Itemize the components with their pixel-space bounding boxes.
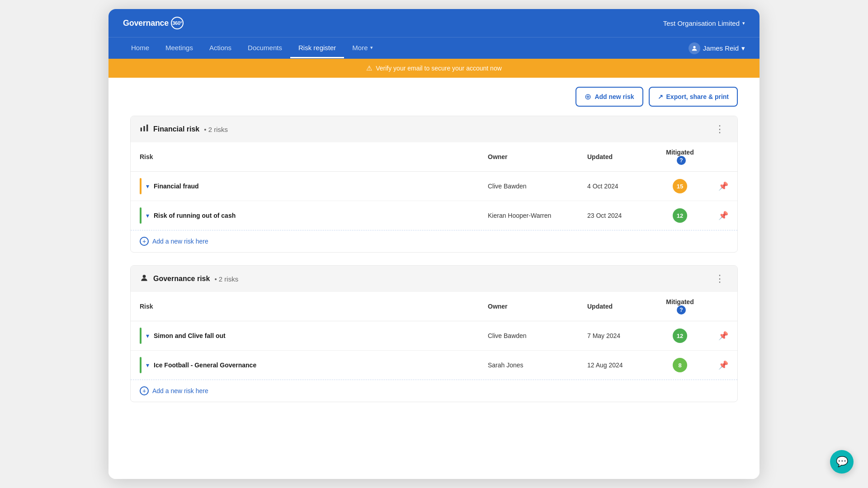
risk-pin-ice-football-governance: 📌 [709,351,737,380]
risk-name-text-financial-fraud: Financial fraud [154,183,199,190]
nav-bar: Home Meetings Actions Documents Risk reg… [108,37,760,59]
mitigated-help-icon-financial-risk[interactable]: ? [677,156,686,165]
nav-risk-register[interactable]: Risk register [290,38,344,58]
user-chevron: ▾ [741,44,745,52]
expand-chevron-running-out-of-cash[interactable]: ▾ [146,212,149,219]
add-risk-button-governance-risk[interactable]: + Add a new risk here [140,386,208,395]
add-risk-label-financial-risk: Add a new risk here [152,238,208,245]
user-avatar-icon [689,42,700,54]
risk-mitigated-simon-clive-fall-out: 12 [651,321,709,351]
expand-chevron-financial-fraud[interactable]: ▾ [146,183,149,190]
svg-rect-2 [143,126,145,131]
nav-meetings[interactable]: Meetings [157,38,201,58]
expand-chevron-ice-football-governance[interactable]: ▾ [146,361,149,369]
risk-mitigated-ice-football-governance: 8 [651,351,709,380]
risk-row-name-running-out-of-cash: ▾ Risk of running out of cash [140,207,470,224]
risk-row-name-financial-fraud: ▾ Financial fraud [140,178,470,194]
logo-text: Governance [123,19,169,28]
add-circle-icon-financial-risk: + [140,237,149,246]
pin-icon-running-out-of-cash[interactable]: 📌 [718,211,728,220]
risk-owner-simon-clive-fall-out: Clive Bawden [479,321,578,351]
risk-name-text-running-out-of-cash: Risk of running out of cash [154,212,236,219]
add-new-risk-label: Add new risk [594,93,634,100]
export-icon: ↗ [658,93,663,100]
user-nav[interactable]: James Reid ▾ [689,42,745,54]
export-button[interactable]: ↗ Export, share & print [649,87,738,107]
risk-table-governance-risk: Risk Owner Updated Mitigated ? ▾ Simon a… [131,292,737,380]
export-label: Export, share & print [666,93,729,100]
sections-container: Financial risk • 2 risks ⋮ Risk Owner Up… [130,116,738,402]
table-header-financial-risk: Risk Owner Updated Mitigated ? [131,142,737,172]
risk-pin-financial-fraud: 📌 [709,172,737,201]
section-count-governance-risk: • 2 risks [214,275,238,283]
pin-icon-simon-clive-fall-out[interactable]: 📌 [718,331,728,340]
section-menu-governance-risk[interactable]: ⋮ [711,272,728,286]
risk-pin-simon-clive-fall-out: 📌 [709,321,737,351]
risk-indicator-simon-clive-fall-out [140,328,142,344]
risk-section-financial-risk: Financial risk • 2 risks ⋮ Risk Owner Up… [130,116,738,253]
nav-home[interactable]: Home [123,38,157,58]
nav-actions[interactable]: Actions [201,38,240,58]
risk-row-name-ice-football-governance: ▾ Ice Football - General Governance [140,357,470,373]
toolbar-row: ⊕ Add new risk ↗ Export, share & print [130,87,738,107]
org-selector[interactable]: Test Organisation Limited ▾ [663,19,745,27]
risk-indicator-ice-football-governance [140,357,142,373]
mitigated-badge-simon-clive-fall-out: 12 [673,328,687,343]
risk-table-financial-risk: Risk Owner Updated Mitigated ? ▾ Financi… [131,142,737,230]
table-row: ▾ Risk of running out of cash Kieran Hoo… [131,201,737,230]
svg-point-0 [693,46,695,48]
risk-name-cell-running-out-of-cash: ▾ Risk of running out of cash [131,201,479,230]
svg-rect-3 [146,125,148,131]
nav-more[interactable]: More ▾ [344,38,381,58]
mitigated-badge-financial-fraud: 15 [673,179,687,193]
expand-chevron-simon-clive-fall-out[interactable]: ▾ [146,332,149,339]
col-risk-governance-risk: Risk [131,292,479,321]
pin-icon-ice-football-governance[interactable]: 📌 [718,361,728,370]
nav-links: Home Meetings Actions Documents Risk reg… [123,38,381,58]
risk-name-cell-simon-clive-fall-out: ▾ Simon and Clive fall out [131,321,479,351]
risk-owner-ice-football-governance: Sarah Jones [479,351,578,380]
page-content: ⊕ Add new risk ↗ Export, share & print F… [108,78,760,479]
risk-name-cell-ice-football-governance: ▾ Ice Football - General Governance [131,351,479,380]
nav-documents[interactable]: Documents [240,38,290,58]
section-title-text-financial-risk: Financial risk [153,125,199,133]
svg-point-4 [143,275,146,278]
app-logo: Governance 360° [123,17,184,29]
add-risk-button-financial-risk[interactable]: + Add a new risk here [140,237,208,246]
col-risk-financial-risk: Risk [131,142,479,172]
risk-updated-simon-clive-fall-out: 7 May 2024 [578,321,651,351]
risk-name-text-simon-clive-fall-out: Simon and Clive fall out [154,332,226,339]
add-risk-row-governance-risk: + Add a new risk here [131,380,737,402]
risk-indicator-financial-fraud [140,178,142,194]
col-updated-governance-risk: Updated [578,292,651,321]
pin-icon-financial-fraud[interactable]: 📌 [718,182,728,191]
risk-updated-ice-football-governance: 12 Aug 2024 [578,351,651,380]
col-owner-financial-risk: Owner [479,142,578,172]
alert-banner: ⚠ Verify your email to secure your accou… [108,59,760,78]
org-chevron: ▾ [742,20,745,26]
table-row: ▾ Simon and Clive fall out Clive Bawden … [131,321,737,351]
table-row: ▾ Financial fraud Clive Bawden 4 Oct 202… [131,172,737,201]
mitigated-badge-ice-football-governance: 8 [673,358,687,372]
section-menu-financial-risk[interactable]: ⋮ [711,122,728,136]
col-owner-governance-risk: Owner [479,292,578,321]
add-new-risk-button[interactable]: ⊕ Add new risk [576,87,643,107]
risk-name-cell-financial-fraud: ▾ Financial fraud [131,172,479,201]
risk-updated-running-out-of-cash: 23 Oct 2024 [578,201,651,230]
add-icon: ⊕ [585,92,591,102]
logo-badge: 360° [171,17,184,29]
section-icon-governance-risk [140,273,149,284]
col-actions-financial-risk [709,142,737,172]
col-actions-governance-risk [709,292,737,321]
mitigated-badge-running-out-of-cash: 12 [673,208,687,223]
section-icon-financial-risk [140,124,149,135]
alert-message: Verify your email to secure your account… [376,65,502,72]
col-mitigated-financial-risk: Mitigated ? [651,142,709,172]
risk-row-name-simon-clive-fall-out: ▾ Simon and Clive fall out [140,328,470,344]
add-risk-label-governance-risk: Add a new risk here [152,387,208,394]
mitigated-help-icon-governance-risk[interactable]: ? [677,305,686,314]
risk-mitigated-running-out-of-cash: 12 [651,201,709,230]
alert-icon: ⚠ [366,64,372,72]
org-name: Test Organisation Limited [663,19,740,27]
risk-updated-financial-fraud: 4 Oct 2024 [578,172,651,201]
